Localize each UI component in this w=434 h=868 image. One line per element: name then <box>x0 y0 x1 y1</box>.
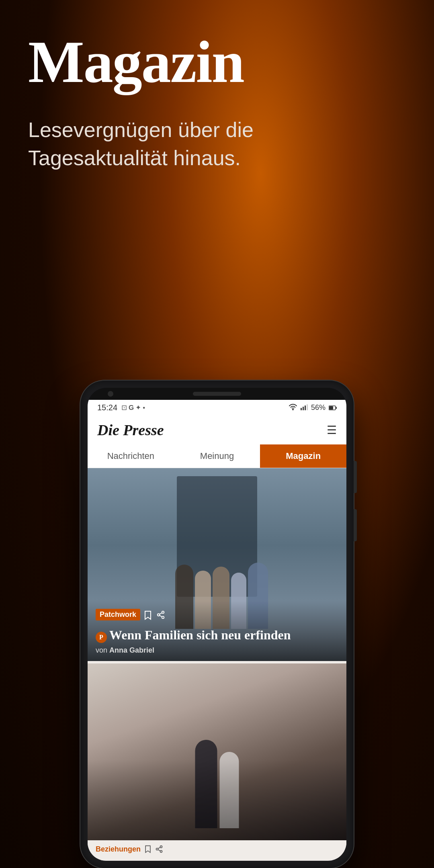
page-subtitle: Lesevergnügen über die Tagesaktualität h… <box>28 116 261 172</box>
camera-dot <box>108 391 113 397</box>
person-dark <box>195 740 217 828</box>
article-overlay-1: Patchwork <box>88 601 346 661</box>
person-light <box>220 752 239 828</box>
phone-outer: 15:24 ⊡ G ✦ • <box>80 381 354 868</box>
svg-rect-2 <box>305 405 306 410</box>
status-right: 56% <box>289 403 337 412</box>
share-icon-2[interactable] <box>155 845 163 856</box>
svg-rect-1 <box>303 407 304 410</box>
dot-icon: • <box>143 404 145 412</box>
hamburger-icon[interactable]: ☰ <box>327 424 337 437</box>
phone-notch <box>88 388 346 400</box>
svg-line-16 <box>158 847 160 848</box>
premium-icon-1: P <box>96 632 107 643</box>
couple-silhouette <box>195 740 239 828</box>
sparkle-icon: ✦ <box>135 403 141 412</box>
status-icons: ⊡ G ✦ • <box>121 403 145 412</box>
svg-rect-3 <box>307 404 308 410</box>
article-tag-1[interactable]: Patchwork <box>96 609 140 620</box>
tab-magazin[interactable]: Magazin <box>260 444 346 468</box>
article-actions-1 <box>144 610 165 622</box>
svg-rect-6 <box>329 406 333 409</box>
bookmark-icon-1[interactable] <box>144 610 151 622</box>
article-author-1: von Anna Gabriel <box>96 646 338 655</box>
battery-text: 56% <box>311 403 326 412</box>
app-logo: Die Presse <box>97 421 164 439</box>
svg-rect-0 <box>301 408 302 410</box>
svg-point-9 <box>162 616 164 618</box>
svg-point-8 <box>158 614 160 616</box>
svg-point-7 <box>162 611 164 613</box>
article-card-2[interactable]: Beziehungen <box>88 663 346 858</box>
content-area: Patchwork <box>88 468 346 861</box>
g-icon: G <box>129 404 134 412</box>
share-icon-1[interactable] <box>156 610 165 622</box>
svg-point-12 <box>160 845 162 848</box>
signal-icon <box>301 403 308 412</box>
status-left: 15:24 ⊡ G ✦ • <box>97 403 145 412</box>
svg-point-14 <box>160 850 162 852</box>
app-header: Die Presse ☰ <box>88 416 346 444</box>
svg-point-13 <box>156 848 158 850</box>
nav-tabs: Nachrichten Meinung Magazin <box>88 444 346 468</box>
phone-screen: 15:24 ⊡ G ✦ • <box>88 388 346 861</box>
tab-meinung[interactable]: Meinung <box>174 444 260 468</box>
svg-rect-5 <box>336 407 337 409</box>
tab-nachrichten[interactable]: Nachrichten <box>88 444 174 468</box>
tag-row-2: Beziehungen <box>88 840 346 858</box>
svg-line-15 <box>158 850 160 851</box>
photo-icon: ⊡ <box>121 403 127 412</box>
page-title: Magazin <box>28 32 406 92</box>
svg-line-10 <box>160 615 162 617</box>
svg-line-11 <box>160 612 162 614</box>
article-image-2 <box>88 663 346 840</box>
tag-row: Patchwork <box>96 609 338 624</box>
phone-mockup: 15:24 ⊡ G ✦ • <box>80 381 354 868</box>
battery-icon <box>329 403 337 412</box>
wifi-icon <box>289 403 297 412</box>
article-tag-2[interactable]: Beziehungen <box>96 843 141 855</box>
bookmark-icon-2[interactable] <box>145 845 151 856</box>
notch-bar <box>193 392 241 396</box>
page-content: Magazin Lesevergnügen über die Tagesaktu… <box>0 0 434 172</box>
article-card-1[interactable]: Patchwork <box>88 468 346 661</box>
status-time: 15:24 <box>97 403 117 412</box>
article-image-1: Patchwork <box>88 468 346 661</box>
article-title-1: PWenn Familien sich neu erfinden <box>96 627 338 643</box>
status-bar: 15:24 ⊡ G ✦ • <box>88 400 346 416</box>
